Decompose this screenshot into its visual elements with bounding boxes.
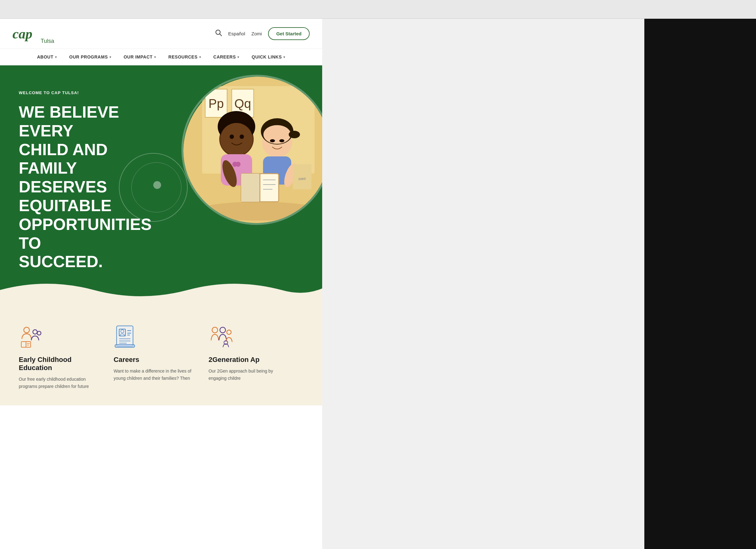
card-education-title: Early Childhood Education	[19, 356, 101, 372]
hero-wave	[0, 277, 322, 302]
card-2gen: 2Generation Ap Our 2Gen approach buil be…	[209, 324, 291, 390]
svg-point-17	[230, 135, 234, 139]
children-reading-illustration: Pp Qq	[183, 77, 322, 225]
svg-point-26	[270, 139, 275, 142]
svg-point-37	[196, 202, 321, 221]
svg-rect-30	[241, 174, 260, 202]
svg-text:pakti: pakti	[298, 177, 306, 180]
svg-point-41	[33, 330, 37, 334]
card-2gen-title: 2Generation Ap	[209, 356, 291, 364]
hero-image: Pp Qq	[181, 75, 322, 225]
cards-section: Early Childhood Education Our free early…	[0, 302, 322, 405]
svg-text:Pp: Pp	[209, 97, 224, 110]
black-panel	[644, 19, 756, 549]
hero-section: WELCOME TO CAP TULSA! WE BELIEVE EVERY C…	[0, 65, 322, 302]
svg-text:cap: cap	[13, 26, 33, 42]
svg-point-25	[289, 131, 300, 138]
decorative-dot	[153, 181, 161, 189]
nav-arrow: ▾	[237, 55, 239, 59]
card-2gen-text: Our 2Gen approach buil being by engaging…	[209, 368, 291, 382]
espanol-link[interactable]: Español	[228, 31, 245, 36]
card-careers-title: Careers	[114, 356, 196, 364]
zomi-link[interactable]: Zomi	[251, 31, 262, 36]
cards-grid: Early Childhood Education Our free early…	[19, 324, 291, 390]
svg-point-42	[37, 331, 41, 335]
svg-point-59	[212, 327, 218, 333]
svg-text:Qq: Qq	[234, 97, 251, 110]
nav-arrow: ▾	[154, 55, 156, 59]
logo-svg: cap Tulsa	[13, 23, 56, 44]
nav-arrow: ▾	[109, 55, 111, 59]
education-icon	[19, 324, 44, 349]
nav-item-resources[interactable]: RESOURCES ▾	[162, 49, 207, 65]
card-education-text: Our free early childhood education progr…	[19, 376, 101, 390]
get-started-button[interactable]: Get Started	[268, 27, 310, 40]
nav-arrow: ▾	[199, 55, 201, 59]
nav-item-impact[interactable]: OUR IMPACT ▾	[117, 49, 162, 65]
svg-point-21	[236, 162, 241, 167]
svg-point-18	[240, 135, 244, 139]
header-right: Español Zomi Get Started	[215, 27, 310, 40]
website-container: cap Tulsa Español Zomi Get Started	[0, 19, 322, 549]
nav-item-about[interactable]: ABOUT ▾	[31, 49, 63, 65]
site-header: cap Tulsa Español Zomi Get Started	[0, 19, 322, 65]
svg-point-61	[227, 330, 231, 334]
nav-arrow: ▾	[55, 55, 57, 59]
search-icon	[215, 29, 222, 36]
nav-arrow: ▾	[283, 55, 285, 59]
svg-line-3	[220, 34, 222, 36]
logo[interactable]: cap Tulsa	[13, 23, 56, 44]
svg-point-60	[220, 327, 226, 333]
svg-rect-58	[115, 345, 134, 347]
nav-item-quicklinks[interactable]: QUICK LINKS ▾	[246, 49, 292, 65]
svg-point-40	[24, 327, 29, 333]
careers-icon	[114, 324, 139, 349]
card-careers-text: Want to make a difference in the lives o…	[114, 368, 196, 382]
browser-bar	[0, 0, 756, 19]
nav-item-careers[interactable]: CAREERS ▾	[207, 49, 245, 65]
svg-text:Tulsa: Tulsa	[41, 38, 54, 44]
nav-item-programs[interactable]: OUR PROGRAMS ▾	[63, 49, 117, 65]
card-careers: Careers Want to make a difference in the…	[114, 324, 196, 390]
svg-point-2	[216, 30, 220, 34]
main-nav: ABOUT ▾ OUR PROGRAMS ▾ OUR IMPACT ▾ RESO…	[0, 48, 322, 65]
card-education: Early Childhood Education Our free early…	[19, 324, 101, 390]
family-icon	[209, 324, 234, 349]
svg-point-16	[220, 123, 253, 155]
search-button[interactable]	[215, 29, 222, 38]
svg-point-27	[279, 139, 284, 142]
svg-point-24	[263, 125, 291, 144]
